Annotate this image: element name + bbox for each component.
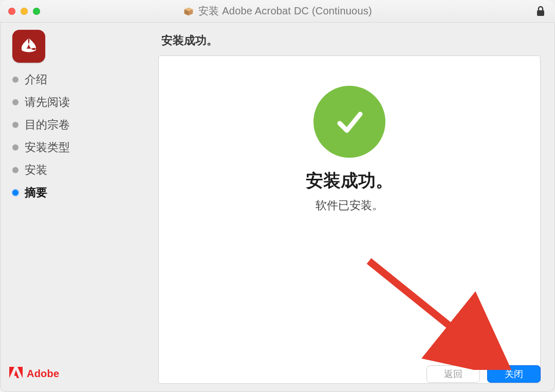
package-icon bbox=[183, 6, 194, 17]
main-area: 安装成功。 安装成功。 软件已安装。 返回 关闭 bbox=[154, 23, 555, 392]
close-window-button[interactable] bbox=[8, 8, 15, 15]
adobe-logo-icon bbox=[9, 367, 23, 381]
step-readme: 请先阅读 bbox=[12, 95, 149, 110]
window-controls bbox=[8, 0, 40, 22]
minimize-window-button[interactable] bbox=[21, 8, 28, 15]
step-dot-icon bbox=[12, 144, 18, 151]
step-label: 介绍 bbox=[25, 72, 47, 87]
close-button-label: 关闭 bbox=[505, 368, 523, 380]
step-label: 安装 bbox=[25, 162, 47, 178]
svg-rect-0 bbox=[537, 10, 544, 16]
adobe-brand-label: Adobe bbox=[27, 368, 59, 380]
acrobat-app-icon bbox=[12, 30, 45, 63]
step-dot-icon bbox=[12, 122, 18, 128]
step-intro: 介绍 bbox=[12, 72, 149, 87]
sidebar: 介绍 请先阅读 目的宗卷 安装类型 安装 bbox=[0, 23, 154, 392]
content-pane: 安装成功。 软件已安装。 bbox=[158, 55, 541, 384]
zoom-window-button[interactable] bbox=[33, 8, 40, 15]
title-wrap: 安装 Adobe Acrobat DC (Continuous) bbox=[183, 4, 372, 18]
footer-buttons: 返回 关闭 bbox=[427, 365, 541, 383]
window-body: 介绍 请先阅读 目的宗卷 安装类型 安装 bbox=[0, 23, 555, 392]
lock-icon bbox=[535, 6, 546, 17]
lock-wrap bbox=[535, 0, 546, 22]
close-button[interactable]: 关闭 bbox=[487, 365, 541, 383]
step-label: 请先阅读 bbox=[25, 95, 70, 110]
step-dot-icon bbox=[12, 99, 18, 105]
window-title: 安装 Adobe Acrobat DC (Continuous) bbox=[198, 4, 372, 18]
step-label: 安装类型 bbox=[25, 140, 70, 155]
step-install-type: 安装类型 bbox=[12, 140, 149, 155]
step-dot-icon bbox=[12, 167, 18, 173]
step-label: 目的宗卷 bbox=[25, 117, 70, 133]
step-install: 安装 bbox=[12, 162, 149, 178]
back-button-label: 返回 bbox=[444, 368, 462, 380]
step-label: 摘要 bbox=[25, 185, 47, 200]
main-heading: 安装成功。 bbox=[161, 33, 541, 48]
svg-marker-3 bbox=[14, 370, 20, 378]
installer-window: 安装 Adobe Acrobat DC (Continuous) bbox=[0, 0, 555, 392]
step-dot-icon bbox=[12, 190, 18, 196]
back-button[interactable]: 返回 bbox=[427, 365, 480, 383]
success-title: 安装成功。 bbox=[306, 169, 393, 193]
success-subtitle: 软件已安装。 bbox=[316, 198, 383, 213]
adobe-brand: Adobe bbox=[9, 367, 59, 381]
steps-list: 介绍 请先阅读 目的宗卷 安装类型 安装 bbox=[12, 72, 149, 200]
content-inner: 安装成功。 软件已安装。 bbox=[306, 86, 393, 213]
step-summary: 摘要 bbox=[12, 185, 149, 200]
step-destination: 目的宗卷 bbox=[12, 117, 149, 133]
svg-marker-1 bbox=[9, 367, 14, 378]
success-check-icon bbox=[313, 86, 385, 158]
titlebar: 安装 Adobe Acrobat DC (Continuous) bbox=[0, 0, 555, 23]
step-dot-icon bbox=[12, 77, 18, 83]
